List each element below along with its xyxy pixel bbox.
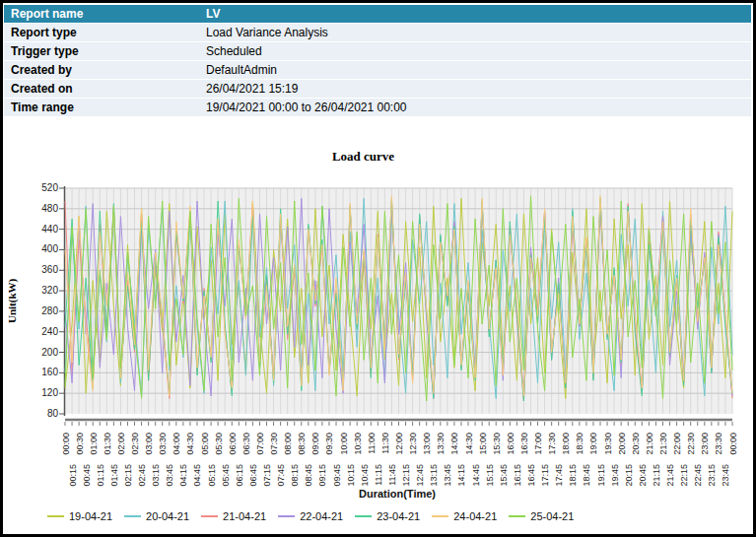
row-value: 26/04/2021 15:19 [206, 82, 751, 96]
x-tick-label: 15:30 [492, 433, 502, 455]
x-tick-label: 04:30 [185, 433, 195, 455]
legend-item: 20-04-21 [124, 510, 189, 522]
x-tick-label: 08:30 [297, 433, 307, 455]
legend-label: 22-04-21 [300, 510, 343, 522]
x-tick-label: 22:30 [686, 433, 696, 455]
report-info-table: Report name LV Report type Load Variance… [4, 5, 751, 117]
table-row: Report name LV [4, 5, 751, 24]
x-tick-label: 00:15 [68, 464, 78, 487]
legend-swatch [47, 515, 64, 517]
x-tick-label: 18:45 [582, 464, 591, 487]
x-tick-label: 11:45 [387, 464, 397, 486]
table-row: Report type Load Variance Analysis [4, 24, 751, 42]
x-tick-label: 11:30 [380, 433, 390, 454]
x-tick-label: 19:15 [596, 464, 606, 487]
x-tick-label: 15:15 [485, 464, 495, 487]
x-tick-label: 19:45 [610, 464, 620, 487]
table-row: Trigger type Scheduled [4, 42, 751, 61]
x-tick-label: 04:45 [192, 464, 202, 487]
x-tick-label: 18:00 [561, 433, 571, 455]
x-tick-label: 12:00 [394, 433, 404, 455]
x-tick-label: 16:45 [526, 464, 536, 487]
table-row: Time range 19/04/2021 00:00 to 26/04/202… [4, 99, 751, 117]
x-tick-label: 09:00 [310, 433, 320, 455]
x-tick-label: 21:30 [658, 433, 668, 455]
x-tick-label: 14:45 [471, 464, 481, 487]
x-tick-label: 20:45 [638, 464, 648, 487]
legend-item: 22-04-21 [278, 510, 343, 522]
table-row: Created by DefaultAdmin [4, 61, 751, 80]
legend-swatch [201, 515, 218, 517]
x-tick-label: 16:15 [513, 464, 522, 487]
x-tick-label: 11:15 [374, 464, 383, 486]
x-tick-label: 23:00 [700, 433, 710, 455]
x-tick-label: 06:00 [228, 433, 238, 455]
x-tick-label: 05:15 [207, 464, 217, 487]
x-tick-label: 16:30 [519, 433, 529, 455]
x-tick-label: 10:15 [346, 464, 356, 487]
x-tick-label: 18:15 [568, 464, 578, 487]
x-tick-label: 03:30 [158, 433, 168, 455]
row-value: Load Variance Analysis [206, 26, 751, 39]
row-label: Report type [4, 26, 206, 39]
x-tick-label: 14:00 [449, 433, 459, 455]
legend-swatch [355, 515, 372, 517]
x-tick-label: 02:00 [116, 433, 126, 455]
row-label: Time range [4, 101, 206, 114]
legend-label: 20-04-21 [146, 510, 189, 522]
x-tick-label: 07:30 [269, 433, 279, 455]
x-tick-label: 07:15 [262, 464, 272, 487]
y-axis-title: Unit(kW) [6, 188, 18, 414]
x-tick-label: 05:00 [200, 433, 210, 455]
x-tick-label: 19:00 [588, 433, 598, 455]
x-tick-label: 21:15 [652, 464, 661, 487]
x-tick-label: 10:45 [360, 464, 370, 487]
row-label: Trigger type [4, 44, 206, 58]
x-tick-label: 17:30 [547, 433, 557, 455]
legend: 19-04-2120-04-2121-04-2122-04-2123-04-21… [47, 510, 574, 522]
chart-title: Load curve [23, 149, 704, 165]
legend-item: 19-04-21 [47, 510, 112, 522]
x-tick-label: 22:00 [672, 433, 682, 455]
x-tick-label: 08:15 [290, 464, 300, 487]
x-tick-label: 09:45 [332, 464, 342, 487]
legend-label: 25-04-21 [530, 510, 574, 522]
x-tick-label: 01:30 [103, 433, 112, 455]
legend-item: 23-04-21 [355, 510, 420, 522]
x-tick-label: 00:00 [61, 433, 71, 455]
x-tick-label: 09:15 [317, 464, 327, 487]
legend-label: 23-04-21 [377, 510, 420, 522]
x-tick-label: 13:30 [436, 433, 446, 455]
x-tick-label: 20:00 [617, 433, 627, 455]
x-tick-label: 11:00 [367, 433, 377, 454]
legend-swatch [278, 515, 295, 517]
x-tick-label: 00:45 [82, 464, 92, 487]
legend-swatch [124, 515, 141, 517]
x-tick-label: 06:15 [235, 464, 244, 487]
x-tick-label: 23:45 [721, 464, 730, 487]
x-tick-label: 08:45 [304, 464, 313, 487]
row-value: 19/04/2021 00:00 to 26/04/2021 00:00 [206, 101, 751, 114]
x-tick-label: 00:00 [728, 433, 738, 455]
x-tick-label: 22:45 [693, 464, 703, 487]
x-tick-label: 07:45 [276, 464, 286, 487]
x-tick-label: 04:00 [172, 433, 181, 455]
row-label: Created on [4, 82, 206, 96]
x-tick-label: 12:15 [401, 464, 411, 487]
x-tick-label: 22:15 [679, 464, 689, 487]
x-tick-label: 20:30 [631, 433, 641, 455]
x-tick-label: 13:15 [429, 464, 439, 487]
legend-item: 24-04-21 [432, 510, 497, 522]
x-tick-label: 13:45 [443, 464, 452, 487]
legend-label: 24-04-21 [453, 510, 497, 522]
x-tick-label: 03:00 [144, 433, 154, 455]
row-label: Created by [4, 63, 206, 77]
x-tick-label: 10:00 [339, 433, 349, 455]
x-tick-label: 10:30 [353, 433, 363, 455]
plot-svg [52, 183, 739, 432]
x-tick-label: 02:45 [137, 464, 147, 487]
x-tick-label: 21:00 [645, 433, 654, 455]
x-tick-label: 02:15 [123, 464, 133, 487]
x-tick-label: 04:15 [178, 464, 188, 487]
row-label: Report name [4, 7, 206, 21]
